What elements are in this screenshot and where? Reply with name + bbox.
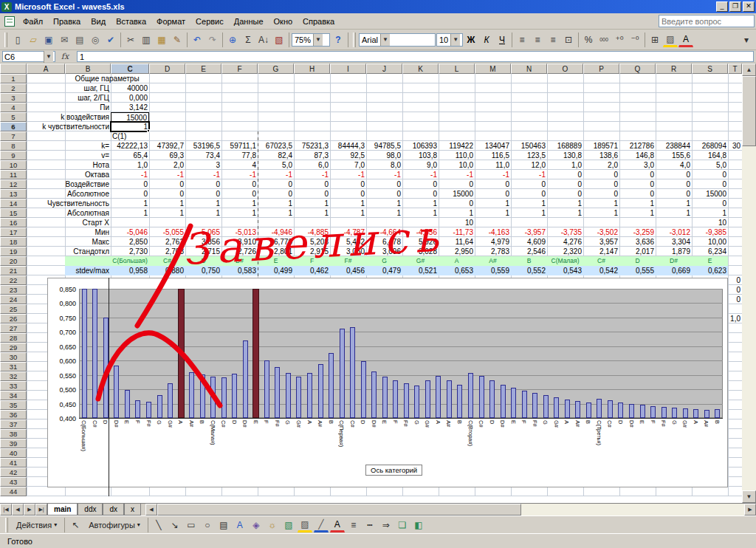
borders-icon[interactable]: ⊞: [647, 32, 662, 47]
grid-cell-R20[interactable]: D#: [656, 256, 692, 266]
grid-cell-R9[interactable]: 155,6: [656, 151, 692, 160]
row-header-9[interactable]: 9: [0, 151, 27, 160]
column-header-T[interactable]: T: [728, 64, 742, 74]
grid-cell-G10[interactable]: 5,0: [258, 160, 294, 170]
grid-cell-O18[interactable]: 4,276: [547, 237, 583, 247]
grid-cell-D10[interactable]: 2,0: [149, 160, 185, 170]
row-header-23[interactable]: 23: [0, 285, 27, 295]
row-header-28[interactable]: 28: [0, 333, 27, 343]
grid-cell-S9[interactable]: 164,8: [692, 151, 728, 160]
print-preview-icon[interactable]: ◎: [88, 32, 103, 47]
grid-cell-B21[interactable]: stdev/max: [74, 266, 111, 275]
column-header-I[interactable]: I: [330, 64, 366, 74]
sheet-tab-ddx[interactable]: ddx: [78, 504, 103, 516]
fill-color-icon[interactable]: ▨: [298, 518, 312, 532]
row-header-20[interactable]: 20: [0, 256, 27, 266]
grid-cell-M13[interactable]: 0: [475, 189, 511, 199]
row-header-17[interactable]: 17: [0, 227, 27, 237]
menu-Файл[interactable]: Файл: [18, 15, 48, 28]
grid-cell-F10[interactable]: 4: [221, 160, 258, 170]
grid-cell-E19[interactable]: 2,715: [185, 247, 221, 256]
grid-cell-K8[interactable]: 106393: [402, 141, 439, 151]
autoshapes-menu-button[interactable]: Автофигуры ▾: [84, 518, 145, 532]
grid-cell-O10[interactable]: 1,0: [547, 160, 583, 170]
row-header-3[interactable]: 3: [0, 93, 27, 103]
grid-cell-J18[interactable]: 6,478: [366, 237, 402, 247]
grid-cell-C2[interactable]: 40000: [111, 83, 149, 93]
grid-cell-Q9[interactable]: 146,8: [619, 151, 656, 160]
grid-cell-T8[interactable]: 30: [728, 141, 742, 151]
grid-cell-F17[interactable]: -5,013: [221, 227, 258, 237]
shadow-icon[interactable]: ❏: [395, 518, 410, 532]
formula-input[interactable]: 1: [77, 51, 754, 62]
grid-cell-D8[interactable]: 47392,7: [149, 141, 185, 151]
merge-center-icon[interactable]: ⊡: [561, 32, 576, 47]
grid-cell-I11[interactable]: -1: [330, 170, 366, 179]
grid-cell-D17[interactable]: -5,055: [149, 227, 185, 237]
grid-cell-C20[interactable]: С(Большая): [111, 256, 149, 266]
sheet-tab-main[interactable]: main: [47, 504, 78, 516]
menu-Окно[interactable]: Окно: [269, 15, 298, 28]
row-header-36[interactable]: 36: [0, 410, 27, 419]
grid-cell-C10[interactable]: 1,0: [111, 160, 149, 170]
rectangle-icon[interactable]: ▭: [184, 518, 199, 532]
grid-cell-J19[interactable]: 3,096: [366, 247, 402, 256]
sort-ascending-icon[interactable]: А↓: [256, 32, 271, 47]
sheet-tab-dx[interactable]: dx: [103, 504, 124, 516]
grid-cell-Q8[interactable]: 212786: [619, 141, 656, 151]
grid-cell-C15[interactable]: 1: [111, 208, 149, 218]
grid-cell-H8[interactable]: 75231,3: [294, 141, 330, 151]
grid-cell-F20[interactable]: D#: [221, 256, 258, 266]
grid-cell-H14[interactable]: 1: [294, 199, 330, 208]
font-name-dropdown[interactable]: Arial ▼: [359, 33, 436, 47]
grid-cell-I10[interactable]: 7,0: [330, 160, 366, 170]
grid-cell-H9[interactable]: 87,3: [294, 151, 330, 160]
grid-cell-L15[interactable]: 1: [439, 208, 475, 218]
grid-cell-F13[interactable]: 0: [221, 189, 258, 199]
grid-cell-J8[interactable]: 94785,5: [366, 141, 402, 151]
grid-cell-D19[interactable]: 2,708: [149, 247, 185, 256]
dash-style-icon[interactable]: ┅: [362, 518, 377, 532]
row-header-6[interactable]: 6: [0, 122, 27, 131]
underline-button[interactable]: Ч: [495, 32, 509, 47]
grid-cell-G13[interactable]: 0: [258, 189, 294, 199]
grid-cell-R11[interactable]: 0: [656, 170, 692, 179]
grid-cell-H10[interactable]: 6,0: [294, 160, 330, 170]
grid-cell-M11[interactable]: -1: [475, 170, 511, 179]
grid-cell-C18[interactable]: 2,850: [111, 237, 149, 247]
row-header-14[interactable]: 14: [0, 199, 27, 208]
grid-cell-L10[interactable]: 10,0: [439, 160, 475, 170]
column-header-F[interactable]: F: [221, 64, 258, 74]
grid-cell-H21[interactable]: 0,462: [294, 266, 330, 275]
grid-cell-I17[interactable]: -4,787: [330, 227, 366, 237]
grid-cell-C8[interactable]: 42222,13: [111, 141, 149, 151]
grid-cell-E20[interactable]: D: [185, 256, 221, 266]
grid-cell-B9[interactable]: v=: [100, 151, 111, 160]
row-header-26[interactable]: 26: [0, 314, 27, 323]
grid-cell-H19[interactable]: 2,915: [294, 247, 330, 256]
column-header-D[interactable]: D: [149, 64, 185, 74]
row-header-8[interactable]: 8: [0, 141, 27, 151]
grid-cell-G11[interactable]: -1: [258, 170, 294, 179]
grid-cell-L9[interactable]: 110,0: [439, 151, 475, 160]
grid-cell-F12[interactable]: 0: [221, 179, 258, 189]
line-icon[interactable]: ╲: [151, 518, 166, 532]
grid-cell-O12[interactable]: 0: [547, 179, 583, 189]
grid-cell-P17[interactable]: -3,502: [583, 227, 619, 237]
row-header-42[interactable]: 42: [0, 467, 27, 477]
grid-cell-P13[interactable]: 0: [583, 189, 619, 199]
grid-cell-E18[interactable]: 3,856: [185, 237, 221, 247]
column-header-K[interactable]: K: [402, 64, 439, 74]
grid-cell-G15[interactable]: 1: [258, 208, 294, 218]
grid-cell-L20[interactable]: A: [439, 256, 475, 266]
grid-cell-I21[interactable]: 0,456: [330, 266, 366, 275]
row-header-35[interactable]: 35: [0, 400, 27, 410]
italic-button[interactable]: К: [479, 32, 494, 47]
tab-scroll-icon[interactable]: ◀: [12, 504, 24, 516]
grid-cell-P20[interactable]: C#: [583, 256, 619, 266]
grid-cell-C17[interactable]: -5,046: [111, 227, 149, 237]
scroll-down-icon[interactable]: ▼: [742, 490, 756, 503]
grid-cell-M9[interactable]: 116,5: [475, 151, 511, 160]
grid-cell-C19[interactable]: 2,730: [111, 247, 149, 256]
column-header-E[interactable]: E: [185, 64, 221, 74]
